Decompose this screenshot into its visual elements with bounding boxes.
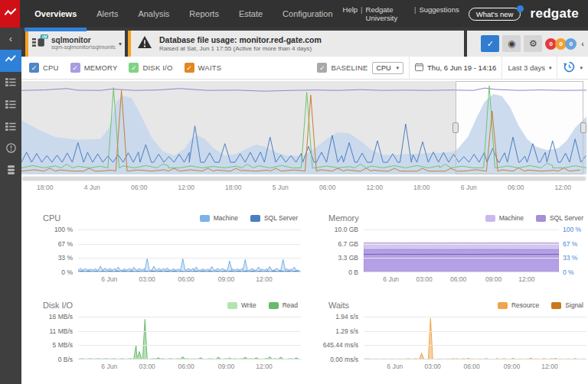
notification-dot <box>517 5 524 12</box>
suggestions-link[interactable]: Suggestions <box>419 5 459 22</box>
cpu-checkbox[interactable]: ✓ CPU <box>29 63 59 73</box>
low-alert-badge[interactable]: 0 <box>565 38 577 50</box>
redgate-university-link[interactable]: Redgate University <box>366 5 411 22</box>
sql-monitor-app: Overviews Alerts Analysis Reports Estate… <box>0 0 588 384</box>
refresh-section: ▾ <box>557 57 588 79</box>
sidebar-item-alerts[interactable] <box>0 138 21 161</box>
x-tick-label: 06:00 <box>450 275 466 283</box>
timeline-tick-label: 6 Jun <box>446 184 493 191</box>
nav-overviews[interactable]: Overviews <box>24 0 87 28</box>
x-tick-label: 12:00 <box>518 275 534 283</box>
sidebar-item-server-list-3[interactable] <box>0 116 21 138</box>
sidebar-item-server-list-2[interactable] <box>0 94 21 116</box>
memory-plot[interactable] <box>364 229 559 272</box>
legend-label: Read <box>283 301 298 309</box>
nav-label: Overviews <box>34 9 77 18</box>
nav-alerts[interactable]: Alerts <box>87 0 128 28</box>
legend-label: Resource <box>511 301 539 309</box>
memory-checkbox[interactable]: ✓ MEMORY <box>70 63 118 73</box>
legend-swatch <box>551 302 561 309</box>
legend-item-sql-server[interactable]: SQL Server <box>250 214 298 222</box>
waits-checkbox[interactable]: ✓ WAITS <box>185 63 222 73</box>
cpu-plot[interactable] <box>78 229 301 272</box>
legend-item-machine[interactable]: Machine <box>200 214 238 222</box>
datetime-picker[interactable]: Thu, 6 Jun 19 - 14:16 <box>409 57 501 79</box>
waits-checkbox-label: WAITS <box>198 63 222 72</box>
legend-item-write[interactable]: Write <box>227 301 256 309</box>
window-left-handle[interactable] <box>452 122 459 133</box>
focus-target-button[interactable]: ◉ <box>502 35 521 52</box>
legend-item-machine[interactable]: Machine <box>485 214 524 222</box>
waits-chart-panel: Waits ResourceSignal 1.94 s/s1.29 s/s645… <box>319 298 586 372</box>
help-link[interactable]: Help <box>343 5 358 22</box>
calendar-icon <box>415 63 423 73</box>
collapse-chevron-icon[interactable]: ‹ <box>581 39 584 48</box>
timeline-scrollbar-thumb[interactable] <box>22 177 586 181</box>
timeline-tick-label: 12:00 <box>540 184 587 191</box>
settings-button[interactable]: ⚙ <box>524 35 542 52</box>
baseline-checkbox[interactable]: ✓ BASELINE <box>317 63 368 73</box>
gridline <box>364 345 586 346</box>
alert-subtitle: Raised at Sat, Jun 1 17:55 (Active for m… <box>159 45 322 53</box>
y-tick-label: 16 MB/s <box>49 313 73 321</box>
gridline <box>78 359 301 360</box>
nav-analysis[interactable]: Analysis <box>128 0 179 28</box>
disk-series[interactable] <box>78 317 301 360</box>
history-refresh-icon[interactable] <box>563 60 576 75</box>
svg-text:VM: VM <box>41 35 47 39</box>
waits-plot[interactable] <box>364 317 586 360</box>
server-vm-icon: VM <box>31 34 48 53</box>
acknowledge-button[interactable]: ✓ <box>481 35 499 52</box>
timeline-chart[interactable] <box>21 81 586 174</box>
timeline-tick-label: 12:00 <box>163 184 211 191</box>
help-links: Help | Redgate University | Suggestions <box>343 5 459 22</box>
sidebar-collapse-button[interactable]: ‹ <box>0 28 21 50</box>
disk-plot[interactable] <box>78 317 301 360</box>
entity-subtitle: sqm-sqlmonitor\sqlmonitor <box>51 44 116 51</box>
memory-series[interactable] <box>364 229 559 272</box>
timeline-plot[interactable] <box>21 81 586 174</box>
y-tick-label: 100 % <box>54 226 73 233</box>
memory-checkbox-label: MEMORY <box>84 63 118 72</box>
x-tick-label: 06:00 <box>178 275 194 283</box>
waits-chart-title: Waits <box>328 301 349 310</box>
whats-new-button[interactable]: What's new <box>469 8 521 21</box>
nav-configuration[interactable]: Configuration <box>273 0 342 28</box>
caret-down-icon[interactable]: ▾ <box>580 65 583 71</box>
y-tick-label-right: 100 % <box>563 226 581 233</box>
timeline-tick-label: 18:00 <box>210 184 257 191</box>
baseline-metric-select[interactable]: CPU ▾ <box>372 62 404 74</box>
legend-item-resource[interactable]: Resource <box>498 301 539 309</box>
legend-item-read[interactable]: Read <box>269 301 298 309</box>
baseline-metric-value: CPU <box>377 64 391 72</box>
legend-label: Signal <box>565 301 583 309</box>
range-select[interactable]: Last 3 days ▾ <box>501 57 557 79</box>
y-tick-label: 3.3 GB <box>338 254 358 262</box>
disk-io-checkbox[interactable]: ✓ DISK I/O <box>129 63 172 73</box>
disk-io-checkbox-label: DISK I/O <box>142 63 172 72</box>
waits-series[interactable] <box>364 317 586 360</box>
x-tick-label: 03:00 <box>425 363 441 370</box>
legend-item-sql-server[interactable]: SQL Server <box>536 214 583 222</box>
sidebar-item-activity[interactable] <box>0 50 21 72</box>
sidebar-item-server-list-1[interactable] <box>0 72 21 94</box>
legend-swatch <box>536 215 546 222</box>
sidebar-item-databases[interactable] <box>0 161 21 183</box>
entity-selector[interactable]: VM sqlmonitor sqm-sqlmonitor\sqlmonitor … <box>25 31 125 57</box>
active-alert-banner[interactable]: Database file usage: monitor.red-gate.co… <box>128 31 464 57</box>
window-right-handle[interactable] <box>580 122 586 133</box>
timeline-tick-label: 4 Jun <box>69 184 116 191</box>
warning-triangle-icon <box>137 35 152 52</box>
redgate-mark-icon <box>4 6 17 22</box>
cpu-checkbox-label: CPU <box>43 63 59 72</box>
link-separator: | <box>414 5 416 22</box>
cpu-x-axis: 6 Jun03:0006:0009:0012:00 <box>78 274 301 285</box>
timeline-tick-label: 5 Jun <box>257 184 305 191</box>
x-tick-label: 06:00 <box>463 363 479 370</box>
nav-estate[interactable]: Estate <box>229 0 273 28</box>
legend-item-signal[interactable]: Signal <box>551 301 583 309</box>
nav-reports[interactable]: Reports <box>179 0 229 28</box>
redgate-logo-button[interactable] <box>0 0 20 28</box>
cpu-series[interactable] <box>78 229 301 272</box>
gridline <box>364 331 586 332</box>
